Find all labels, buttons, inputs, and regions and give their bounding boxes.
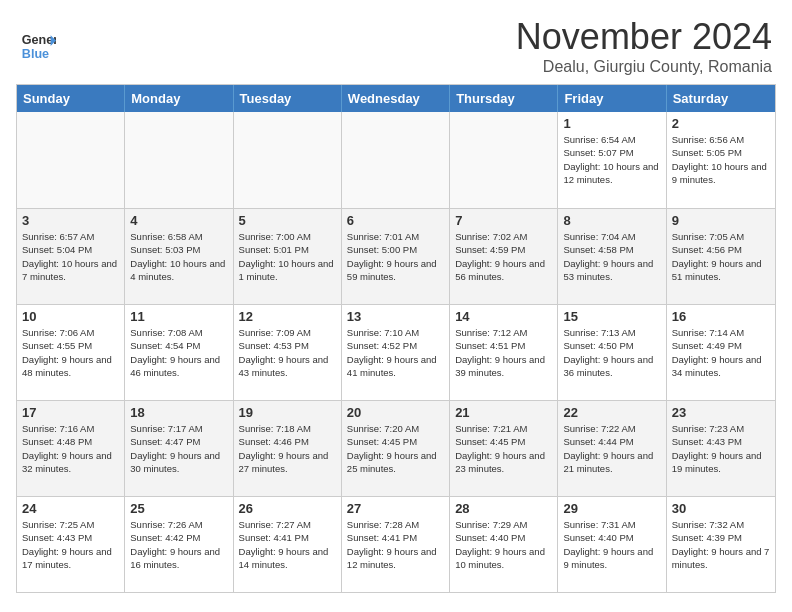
calendar-cell: 18Sunrise: 7:17 AM Sunset: 4:47 PM Dayli… (125, 401, 233, 496)
calendar-body: 1Sunrise: 6:54 AM Sunset: 5:07 PM Daylig… (17, 112, 775, 592)
day-info: Sunrise: 7:12 AM Sunset: 4:51 PM Dayligh… (455, 326, 552, 379)
calendar-cell: 19Sunrise: 7:18 AM Sunset: 4:46 PM Dayli… (234, 401, 342, 496)
day-info: Sunrise: 7:32 AM Sunset: 4:39 PM Dayligh… (672, 518, 770, 571)
calendar-week-5: 24Sunrise: 7:25 AM Sunset: 4:43 PM Dayli… (17, 496, 775, 592)
calendar-cell: 3Sunrise: 6:57 AM Sunset: 5:04 PM Daylig… (17, 209, 125, 304)
day-number: 23 (672, 405, 770, 420)
calendar-cell: 9Sunrise: 7:05 AM Sunset: 4:56 PM Daylig… (667, 209, 775, 304)
day-info: Sunrise: 7:31 AM Sunset: 4:40 PM Dayligh… (563, 518, 660, 571)
calendar-week-2: 3Sunrise: 6:57 AM Sunset: 5:04 PM Daylig… (17, 208, 775, 304)
calendar-cell: 11Sunrise: 7:08 AM Sunset: 4:54 PM Dayli… (125, 305, 233, 400)
calendar-cell (450, 112, 558, 208)
calendar-cell: 28Sunrise: 7:29 AM Sunset: 4:40 PM Dayli… (450, 497, 558, 592)
day-info: Sunrise: 7:14 AM Sunset: 4:49 PM Dayligh… (672, 326, 770, 379)
day-info: Sunrise: 7:28 AM Sunset: 4:41 PM Dayligh… (347, 518, 444, 571)
day-number: 4 (130, 213, 227, 228)
day-number: 12 (239, 309, 336, 324)
day-number: 27 (347, 501, 444, 516)
calendar-cell: 29Sunrise: 7:31 AM Sunset: 4:40 PM Dayli… (558, 497, 666, 592)
day-number: 17 (22, 405, 119, 420)
calendar-cell: 30Sunrise: 7:32 AM Sunset: 4:39 PM Dayli… (667, 497, 775, 592)
day-info: Sunrise: 7:17 AM Sunset: 4:47 PM Dayligh… (130, 422, 227, 475)
calendar-cell: 27Sunrise: 7:28 AM Sunset: 4:41 PM Dayli… (342, 497, 450, 592)
day-number: 19 (239, 405, 336, 420)
calendar-cell: 20Sunrise: 7:20 AM Sunset: 4:45 PM Dayli… (342, 401, 450, 496)
calendar-cell (234, 112, 342, 208)
day-number: 3 (22, 213, 119, 228)
day-number: 15 (563, 309, 660, 324)
day-info: Sunrise: 7:27 AM Sunset: 4:41 PM Dayligh… (239, 518, 336, 571)
day-info: Sunrise: 7:08 AM Sunset: 4:54 PM Dayligh… (130, 326, 227, 379)
day-info: Sunrise: 7:29 AM Sunset: 4:40 PM Dayligh… (455, 518, 552, 571)
day-info: Sunrise: 7:13 AM Sunset: 4:50 PM Dayligh… (563, 326, 660, 379)
day-info: Sunrise: 7:18 AM Sunset: 4:46 PM Dayligh… (239, 422, 336, 475)
calendar-cell (17, 112, 125, 208)
day-number: 14 (455, 309, 552, 324)
calendar-cell: 17Sunrise: 7:16 AM Sunset: 4:48 PM Dayli… (17, 401, 125, 496)
day-number: 20 (347, 405, 444, 420)
month-title: November 2024 (516, 16, 772, 58)
day-info: Sunrise: 6:57 AM Sunset: 5:04 PM Dayligh… (22, 230, 119, 283)
calendar-cell: 6Sunrise: 7:01 AM Sunset: 5:00 PM Daylig… (342, 209, 450, 304)
day-info: Sunrise: 7:02 AM Sunset: 4:59 PM Dayligh… (455, 230, 552, 283)
day-number: 10 (22, 309, 119, 324)
page-header: General Blue November 2024 Dealu, Giurgi… (0, 0, 792, 84)
day-number: 22 (563, 405, 660, 420)
calendar-cell: 25Sunrise: 7:26 AM Sunset: 4:42 PM Dayli… (125, 497, 233, 592)
calendar-cell: 22Sunrise: 7:22 AM Sunset: 4:44 PM Dayli… (558, 401, 666, 496)
calendar-cell: 8Sunrise: 7:04 AM Sunset: 4:58 PM Daylig… (558, 209, 666, 304)
calendar-header: SundayMondayTuesdayWednesdayThursdayFrid… (17, 85, 775, 112)
calendar-header-wednesday: Wednesday (342, 85, 450, 112)
calendar-cell: 5Sunrise: 7:00 AM Sunset: 5:01 PM Daylig… (234, 209, 342, 304)
day-number: 1 (563, 116, 660, 131)
day-number: 13 (347, 309, 444, 324)
day-number: 25 (130, 501, 227, 516)
day-info: Sunrise: 7:21 AM Sunset: 4:45 PM Dayligh… (455, 422, 552, 475)
day-number: 8 (563, 213, 660, 228)
calendar-cell: 4Sunrise: 6:58 AM Sunset: 5:03 PM Daylig… (125, 209, 233, 304)
calendar-cell: 26Sunrise: 7:27 AM Sunset: 4:41 PM Dayli… (234, 497, 342, 592)
calendar-header-sunday: Sunday (17, 85, 125, 112)
calendar-header-thursday: Thursday (450, 85, 558, 112)
day-info: Sunrise: 6:54 AM Sunset: 5:07 PM Dayligh… (563, 133, 660, 186)
logo: General Blue (20, 28, 56, 64)
day-info: Sunrise: 6:58 AM Sunset: 5:03 PM Dayligh… (130, 230, 227, 283)
day-info: Sunrise: 7:04 AM Sunset: 4:58 PM Dayligh… (563, 230, 660, 283)
calendar-cell: 24Sunrise: 7:25 AM Sunset: 4:43 PM Dayli… (17, 497, 125, 592)
day-number: 21 (455, 405, 552, 420)
calendar-cell: 1Sunrise: 6:54 AM Sunset: 5:07 PM Daylig… (558, 112, 666, 208)
day-info: Sunrise: 7:23 AM Sunset: 4:43 PM Dayligh… (672, 422, 770, 475)
day-info: Sunrise: 7:25 AM Sunset: 4:43 PM Dayligh… (22, 518, 119, 571)
day-number: 30 (672, 501, 770, 516)
calendar-header-monday: Monday (125, 85, 233, 112)
day-number: 24 (22, 501, 119, 516)
day-info: Sunrise: 7:09 AM Sunset: 4:53 PM Dayligh… (239, 326, 336, 379)
calendar-header-friday: Friday (558, 85, 666, 112)
day-number: 18 (130, 405, 227, 420)
calendar-cell: 23Sunrise: 7:23 AM Sunset: 4:43 PM Dayli… (667, 401, 775, 496)
day-number: 6 (347, 213, 444, 228)
day-number: 28 (455, 501, 552, 516)
day-info: Sunrise: 7:01 AM Sunset: 5:00 PM Dayligh… (347, 230, 444, 283)
calendar-cell: 16Sunrise: 7:14 AM Sunset: 4:49 PM Dayli… (667, 305, 775, 400)
calendar-cell: 7Sunrise: 7:02 AM Sunset: 4:59 PM Daylig… (450, 209, 558, 304)
calendar-cell: 12Sunrise: 7:09 AM Sunset: 4:53 PM Dayli… (234, 305, 342, 400)
day-info: Sunrise: 7:00 AM Sunset: 5:01 PM Dayligh… (239, 230, 336, 283)
day-info: Sunrise: 7:05 AM Sunset: 4:56 PM Dayligh… (672, 230, 770, 283)
title-block: November 2024 Dealu, Giurgiu County, Rom… (516, 16, 772, 76)
calendar-header-saturday: Saturday (667, 85, 775, 112)
day-number: 7 (455, 213, 552, 228)
calendar-cell: 14Sunrise: 7:12 AM Sunset: 4:51 PM Dayli… (450, 305, 558, 400)
svg-text:Blue: Blue (22, 47, 49, 61)
day-number: 2 (672, 116, 770, 131)
day-number: 26 (239, 501, 336, 516)
calendar-cell (342, 112, 450, 208)
day-info: Sunrise: 7:20 AM Sunset: 4:45 PM Dayligh… (347, 422, 444, 475)
calendar: SundayMondayTuesdayWednesdayThursdayFrid… (16, 84, 776, 593)
calendar-cell: 21Sunrise: 7:21 AM Sunset: 4:45 PM Dayli… (450, 401, 558, 496)
calendar-week-4: 17Sunrise: 7:16 AM Sunset: 4:48 PM Dayli… (17, 400, 775, 496)
day-info: Sunrise: 7:26 AM Sunset: 4:42 PM Dayligh… (130, 518, 227, 571)
day-info: Sunrise: 6:56 AM Sunset: 5:05 PM Dayligh… (672, 133, 770, 186)
day-number: 5 (239, 213, 336, 228)
day-info: Sunrise: 7:10 AM Sunset: 4:52 PM Dayligh… (347, 326, 444, 379)
